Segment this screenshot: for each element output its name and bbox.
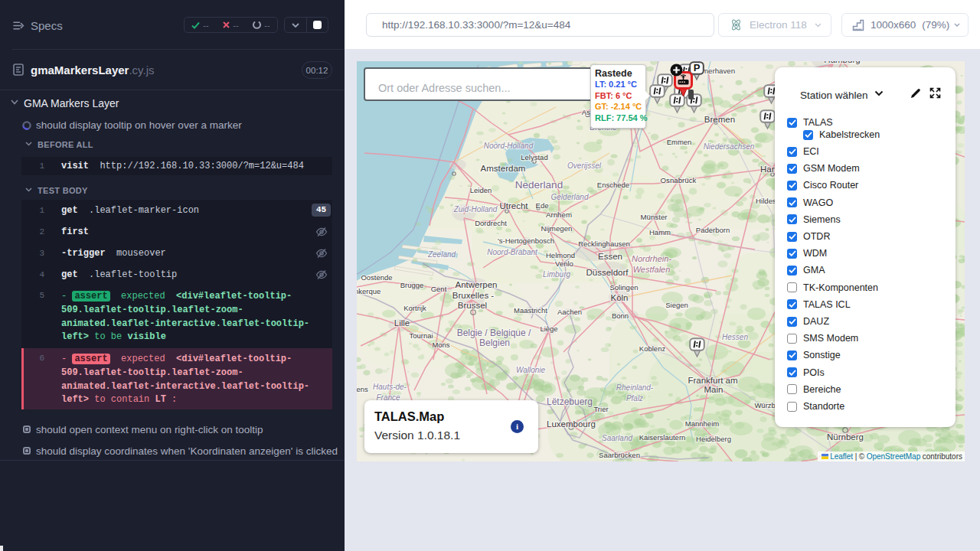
svg-text:Lëtzebuerg: Lëtzebuerg [547, 396, 593, 407]
svg-text:Kortrijk: Kortrijk [403, 304, 426, 312]
svg-text:Maastricht: Maastricht [514, 306, 547, 315]
svg-text:Noord-Holland: Noord-Holland [484, 142, 534, 150]
svg-text:Helmond: Helmond [546, 251, 575, 259]
svg-text:'s-Hertogenbosch: 's-Hertogenbosch [498, 236, 554, 245]
svg-text:Hamburg: Hamburg [824, 61, 860, 64]
svg-text:Venlo: Venlo [555, 259, 573, 268]
svg-text:Limburg: Limburg [543, 270, 571, 279]
svg-text:Ede: Ede [536, 201, 549, 210]
svg-text:Luxembourg: Luxembourg [547, 419, 596, 429]
svg-text:Osnabrück: Osnabrück [661, 176, 697, 184]
svg-text:Noord-Brabant: Noord-Brabant [487, 248, 538, 256]
svg-text:Liège: Liège [540, 324, 557, 333]
svg-text:Amsterdam: Amsterdam [481, 164, 526, 173]
svg-text:Zuid-Holland: Zuid-Holland [453, 205, 498, 214]
svg-text:Münster: Münster [641, 213, 668, 221]
svg-text:Hessen: Hessen [722, 333, 748, 341]
svg-text:Lille: Lille [394, 318, 410, 328]
svg-text:Gent: Gent [431, 285, 447, 293]
svg-text:Leiden: Leiden [470, 186, 492, 194]
svg-text:Essen: Essen [598, 252, 622, 261]
svg-text:Nijmegen: Nijmegen [541, 224, 573, 233]
svg-text:Nordrhein-: Nordrhein- [632, 254, 671, 263]
svg-text:Hamm: Hamm [649, 228, 671, 236]
svg-text:Lelystad: Lelystad [521, 153, 547, 161]
svg-text:Frankfurt am: Frankfurt am [688, 376, 737, 385]
svg-text:Zeeland: Zeeland [427, 250, 456, 259]
svg-text:Tournai: Tournai [409, 331, 433, 340]
svg-text:Saarbrücken: Saarbrücken [599, 451, 640, 459]
svg-text:Bruxelles -: Bruxelles - [452, 291, 494, 300]
svg-text:Dunkerque: Dunkerque [357, 287, 381, 295]
svg-text:Saarland: Saarland [602, 434, 632, 442]
svg-text:Enschede: Enschede [597, 181, 629, 189]
svg-text:Nürnberg: Nürnberg [827, 432, 864, 442]
svg-text:Arnhem: Arnhem [546, 210, 572, 219]
svg-text:Gelderland: Gelderland [551, 193, 589, 201]
svg-text:Westfalen: Westfalen [633, 265, 671, 274]
svg-text:Brugge: Brugge [400, 281, 424, 289]
svg-text:Utrecht: Utrecht [499, 201, 528, 210]
svg-text:Düsseldorf: Düsseldorf [586, 268, 629, 277]
svg-text:Solingen: Solingen [610, 283, 639, 292]
svg-text:Koblenz: Koblenz [639, 344, 666, 353]
svg-text:Brussel: Brussel [458, 301, 487, 310]
svg-text:Pfalz: Pfalz [626, 394, 643, 403]
svg-text:Recklinghausen: Recklinghausen [578, 240, 630, 248]
svg-text:Siegen: Siegen [665, 301, 688, 309]
svg-text:Overijssel: Overijssel [567, 161, 602, 170]
svg-text:Emmen: Emmen [667, 138, 692, 146]
svg-text:Bonn: Bonn [612, 311, 629, 320]
svg-text:Niedersachsen: Niedersachsen [704, 142, 755, 151]
svg-text:Aachen: Aachen [557, 308, 582, 316]
svg-text:Mons: Mons [432, 341, 449, 349]
svg-text:Antwerpen: Antwerpen [456, 280, 498, 289]
svg-text:Wallonie: Wallonie [516, 366, 546, 374]
svg-text:Nederland: Nederland [515, 179, 563, 191]
svg-text:Main: Main [704, 385, 724, 394]
svg-text:Dordrecht: Dordrecht [475, 219, 507, 227]
svg-text:Rheinland-: Rheinland- [616, 383, 654, 392]
svg-text:Heidelberg: Heidelberg [696, 435, 731, 443]
svg-text:Trier: Trier [593, 405, 608, 413]
svg-text:Paderborn: Paderborn [696, 226, 730, 234]
svg-text:Belgie / Belgique /: Belgie / Belgique / [457, 328, 531, 338]
svg-text:Kaiserslautern: Kaiserslautern [639, 433, 686, 442]
svg-text:Belgien: Belgien [479, 337, 510, 348]
svg-text:Oostende: Oostende [361, 273, 392, 282]
svg-text:Mannheim: Mannheim [685, 419, 719, 428]
svg-text:Hauts-de-: Hauts-de- [373, 383, 407, 391]
svg-text:iens: iens [357, 385, 368, 393]
svg-text:P: P [694, 62, 701, 73]
svg-text:Köln: Köln [610, 293, 628, 302]
svg-text:Bremen: Bremen [704, 115, 735, 124]
